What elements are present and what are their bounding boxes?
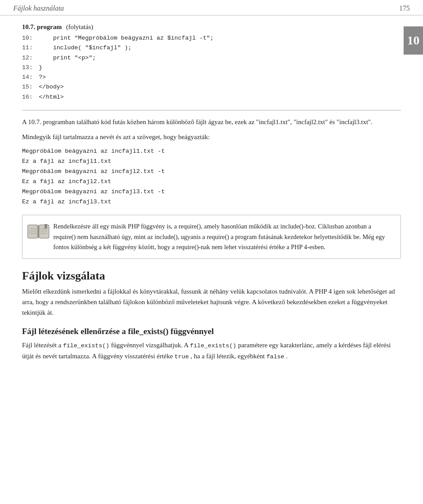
program-sublabel-text: (folytatás) (66, 23, 93, 30)
code-line-10: 10: print "Megpróbálom beágyazni az $inc… (22, 33, 401, 43)
line-num-14: 14: (22, 73, 39, 82)
program-label-text: 10.7. program (22, 23, 62, 30)
letezeses-text-5: . (286, 353, 288, 360)
header-page-number: 175 (399, 4, 410, 12)
note-text: Rendelkezésre áll egy másik PHP függvény… (53, 223, 385, 250)
letezeses-text-4: , ha a fájl létezik, egyébként (190, 353, 265, 360)
letezeses-mono-4: false (267, 353, 285, 360)
page-header: Fájlok használata 175 (0, 0, 423, 15)
body-text-2: Mindegyik fájl tartalmazza a nevét és az… (22, 132, 401, 142)
line-num-16: 16: (22, 92, 39, 102)
line-code-11: include( "$incfajl" ); (39, 43, 132, 53)
header-title: Fájlok használata (13, 4, 64, 12)
svg-rect-2 (28, 225, 37, 238)
page-content: 10.7. program (folytatás) 10: print "Meg… (0, 15, 423, 379)
section-letezeses-heading: Fájl létezésének ellenőrzése a file_exis… (22, 327, 401, 336)
code-line-12: 12: print "<p>"; (22, 53, 401, 63)
line-code-16: </html> (39, 92, 64, 102)
output-line-1: Megpróbálom beágyazni az incfajl1.txt -t (22, 147, 401, 157)
code-line-16: 16: </html> (22, 92, 401, 102)
letezeses-mono-3: true (174, 353, 189, 360)
code-line-11: 11: include( "$incfajl" ); (22, 43, 401, 53)
letezeses-text-1: Fájl létezését a (22, 342, 61, 349)
output-line-5: Megpróbálom beágyazni az incfajl3.txt -t (22, 187, 401, 197)
divider-1 (22, 110, 401, 110)
code-line-14: 14: ?> (22, 73, 401, 82)
line-code-12: print "<p>"; (39, 53, 96, 63)
output-line-2: Ez a fájl az incfajl1.txt (22, 157, 401, 167)
line-code-13: } (39, 63, 42, 73)
letezeses-mono-2: file_exists() (190, 342, 236, 349)
line-code-14: ?> (39, 73, 46, 82)
section-vizsgalata-body: Mielőtt elkezdünk ismerkedni a fájlokkal… (22, 286, 401, 318)
line-num-10: 10: (22, 33, 39, 43)
code-line-15: 15: </body> (22, 82, 401, 92)
chapter-tab: 10 (404, 26, 423, 55)
letezeses-text-2: függvénnyel vizsgálhatjuk. A (111, 342, 188, 349)
section-vizsgalata-heading: Fájlok vizsgálata (22, 269, 401, 283)
output-line-4: Ez a fájl az incfajl2.txt (22, 177, 401, 187)
line-code-15: </body> (39, 82, 64, 92)
code-block: 10: print "Megpróbálom beágyazni az $inc… (22, 33, 401, 102)
program-label: 10.7. program (folytatás) (22, 23, 401, 31)
line-num-12: 12: (22, 53, 39, 63)
svg-rect-3 (39, 225, 49, 238)
section-letezeses-body: Fájl létezését a file_exists() függvénny… (22, 340, 401, 361)
output-line-3: Megpróbálom beágyazni az incfajl2.txt -t (22, 167, 401, 177)
line-num-13: 13: (22, 63, 39, 73)
output-line-6: Ez a fájl az incfajl3.txt (22, 197, 401, 207)
letezeses-mono-1: file_exists() (63, 342, 109, 349)
code-output-block: Megpróbálom beágyazni az incfajl1.txt -t… (22, 147, 401, 207)
code-line-13: 13: } (22, 63, 401, 73)
line-num-11: 11: (22, 43, 39, 53)
body-text-1: A 10.7. programban található kód futás k… (22, 117, 401, 127)
book-icon (27, 221, 50, 243)
line-code-10: print "Megpróbálom beágyazni az $incfajl… (39, 33, 214, 43)
note-box: Rendelkezésre áll egy másik PHP függvény… (22, 215, 401, 259)
line-num-15: 15: (22, 82, 39, 92)
